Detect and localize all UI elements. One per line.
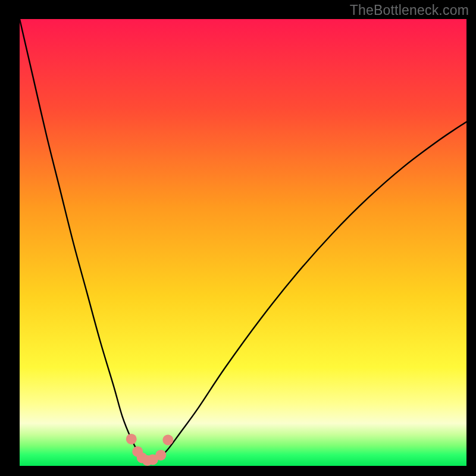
watermark-text: TheBottleneck.com <box>350 2 469 18</box>
chart-frame: TheBottleneck.com <box>0 0 476 476</box>
curve-marker <box>155 450 166 461</box>
plot-background <box>20 19 466 466</box>
curve-marker <box>126 434 137 444</box>
curve-marker <box>162 434 173 445</box>
chart-svg <box>0 0 476 476</box>
